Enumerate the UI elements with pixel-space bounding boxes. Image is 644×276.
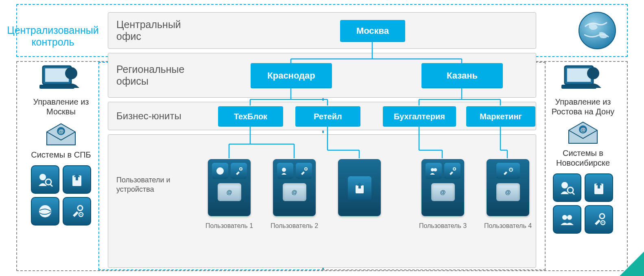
upload-doc-icon (63, 165, 91, 194)
laptop-user-icon (39, 61, 83, 94)
node-retail: Ретейл (295, 106, 360, 127)
row-central-label: Центральный офис (108, 19, 202, 42)
svg-point-11 (39, 205, 51, 217)
globe-tile-icon (31, 197, 59, 226)
svg-text:@: @ (59, 128, 64, 134)
user4-caption: Пользователь 4 (480, 222, 535, 230)
svg-point-32 (282, 168, 286, 172)
tools-icon (585, 205, 613, 234)
svg-line-23 (572, 192, 574, 195)
device-card-user1 (208, 159, 251, 216)
svg-rect-2 (45, 68, 69, 82)
device-card-user3 (421, 159, 464, 216)
svg-point-18 (587, 67, 599, 79)
users-group-mini-icon (426, 163, 442, 179)
svg-point-25 (562, 215, 567, 220)
upload-mini-icon (348, 176, 371, 200)
svg-point-4 (65, 67, 77, 79)
row-users-label: Пользователи и устройства (116, 175, 190, 194)
svg-point-14 (81, 214, 82, 215)
tools-mini-icon (231, 163, 247, 179)
node-accounting: Бухгалтерия (383, 106, 456, 127)
user-search-icon (553, 173, 581, 202)
mail-projector-icon (496, 183, 520, 201)
row-business-units: Бизнес-юниты ТехБлок Ретейл Бухгалтерия … (108, 102, 536, 130)
left-icon-grid (31, 165, 91, 226)
upload-doc-icon (585, 173, 613, 202)
row-regional-label: Региональные офисы (108, 64, 202, 87)
tools-mini-icon (444, 163, 461, 179)
right-systems-label: Системы в Новосибирске (544, 148, 622, 168)
user1-caption: Пользователь 1 (202, 222, 257, 230)
device-card-user2 (273, 159, 316, 216)
tools-icon (63, 197, 91, 226)
svg-point-0 (579, 12, 616, 49)
row-bu-label: Бизнес-юниты (108, 110, 202, 122)
left-manage-label: Управление из Москвы (22, 97, 100, 116)
svg-line-9 (50, 184, 52, 186)
node-marketing: Маркетинг (466, 106, 535, 127)
users-group-icon (553, 205, 581, 234)
svg-point-35 (431, 168, 434, 171)
node-krasnodar: Краснодар (251, 63, 332, 88)
tools-mini-icon (496, 163, 520, 179)
center-stack: Центральный офис Москва Региональные офи… (108, 12, 536, 268)
svg-point-36 (434, 168, 437, 171)
svg-point-33 (305, 168, 307, 170)
user2-caption: Пользователь 2 (267, 222, 322, 230)
mail-projector-icon (218, 183, 241, 201)
device-card-user4 (487, 159, 529, 216)
row-central-office: Центральный офис Москва (108, 12, 536, 49)
svg-point-39 (511, 169, 511, 170)
svg-point-21 (561, 182, 568, 188)
mail-icon: @ (45, 123, 77, 147)
svg-point-30 (216, 167, 224, 175)
row-users-devices: Пользователи и устройства Пользователь 1… (108, 134, 536, 268)
svg-point-7 (39, 174, 46, 180)
svg-text:@: @ (581, 127, 586, 133)
user-search-mini-icon (277, 163, 293, 179)
svg-point-29 (603, 222, 604, 223)
node-kazan: Казань (421, 63, 503, 88)
node-techblock: ТехБлок (218, 106, 283, 127)
user-search-icon (31, 165, 59, 194)
globe-mini-icon (212, 163, 228, 179)
mail-icon: @ (567, 121, 599, 145)
laptop-user-icon (561, 61, 605, 94)
globe-icon (573, 10, 622, 51)
node-moscow: Москва (340, 20, 405, 42)
svg-point-26 (567, 215, 572, 220)
row-regional-offices: Региональные офисы Краснодар Казань (108, 53, 536, 98)
tools-mini-icon (296, 163, 312, 179)
device-card-retail (338, 159, 381, 216)
mail-projector-icon (431, 183, 455, 201)
centralized-control-label: Централизованный контроль (0, 24, 106, 48)
mail-projector-icon (283, 183, 306, 201)
left-systems-label: Системы в СПБ (31, 150, 91, 160)
right-icon-grid (553, 173, 613, 234)
svg-rect-16 (567, 68, 591, 82)
svg-point-37 (453, 168, 456, 170)
svg-point-31 (240, 168, 242, 170)
right-manage-label: Управление из Ростова на Дону (544, 97, 622, 116)
corner-accent (620, 252, 644, 276)
user3-caption: Пользователь 3 (415, 222, 470, 230)
svg-point-12 (78, 206, 83, 210)
svg-point-27 (600, 214, 605, 219)
